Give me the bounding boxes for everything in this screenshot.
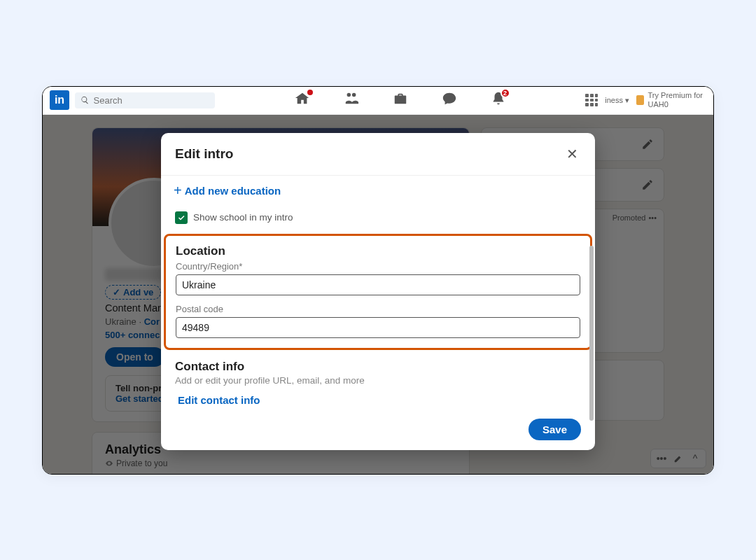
save-button[interactable]: Save <box>528 419 581 440</box>
country-label: Country/Region* <box>176 261 580 272</box>
premium-chip-icon <box>636 95 644 105</box>
notification-badge: 2 <box>500 88 510 98</box>
modal-title: Edit intro <box>175 146 233 162</box>
show-school-label: Show school in my intro <box>193 212 293 223</box>
search-input[interactable] <box>94 95 209 106</box>
nav-icons: 2 <box>220 91 580 109</box>
app-frame: in 2 iness ▾ <box>42 86 714 475</box>
country-input[interactable] <box>176 274 580 295</box>
search-box[interactable] <box>75 92 215 108</box>
contact-info-subtext: Add or edit your profile URL, email, and… <box>175 375 581 386</box>
close-button[interactable]: ✕ <box>564 143 581 165</box>
add-education-button[interactable]: + Add new education <box>174 183 581 199</box>
check-icon <box>177 214 186 222</box>
network-icon[interactable] <box>344 91 359 109</box>
edit-contact-info-link[interactable]: Edit contact info <box>178 394 581 406</box>
postal-input[interactable] <box>176 317 580 338</box>
plus-icon: + <box>174 183 182 199</box>
home-icon[interactable] <box>295 91 310 109</box>
right-nav: iness ▾ Try Premium for UAH0 <box>585 91 706 109</box>
top-nav: in 2 iness ▾ <box>43 87 713 115</box>
linkedin-logo[interactable]: in <box>50 90 69 110</box>
postal-label: Postal code <box>176 304 580 314</box>
show-school-checkbox[interactable] <box>175 211 188 224</box>
modal-scrollbar[interactable] <box>589 246 594 421</box>
home-badge <box>306 88 314 97</box>
location-section-highlight: Location Country/Region* Postal code <box>164 234 592 350</box>
location-header: Location <box>176 244 580 258</box>
search-icon <box>80 95 90 105</box>
try-premium[interactable]: Try Premium for UAH0 <box>636 91 706 109</box>
messaging-icon[interactable] <box>442 91 457 109</box>
apps-icon[interactable] <box>585 94 598 106</box>
contact-info-header: Contact info <box>175 360 581 374</box>
edit-intro-modal: Edit intro ✕ + Add new education Show sc… <box>161 133 595 450</box>
notifications-icon[interactable]: 2 <box>491 91 506 109</box>
business-label[interactable]: iness ▾ <box>605 96 629 105</box>
jobs-icon[interactable] <box>393 91 408 109</box>
modal-overlay[interactable]: Edit intro ✕ + Add new education Show sc… <box>43 115 713 474</box>
